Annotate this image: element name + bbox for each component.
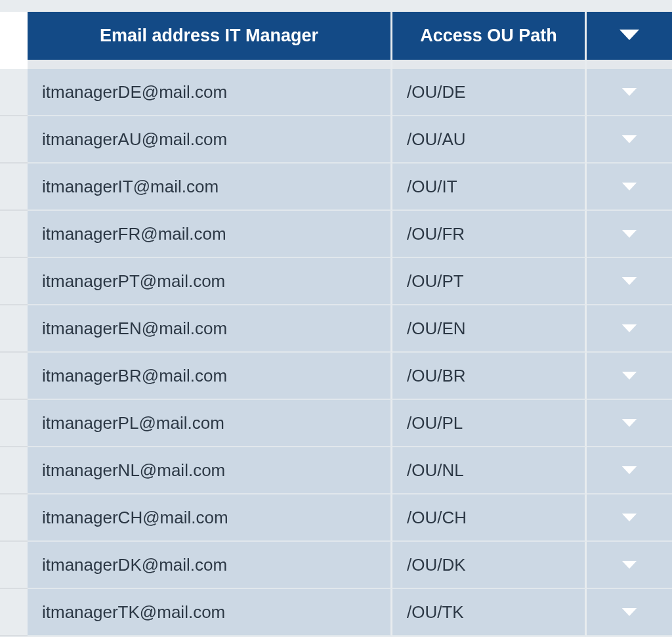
- email-text: itmanagerFR@mail.com: [42, 224, 226, 244]
- svg-marker-6: [622, 324, 637, 332]
- cell-path: /OU/PL: [392, 400, 587, 447]
- email-text: itmanagerPT@mail.com: [42, 271, 225, 291]
- row-gutter: [0, 542, 28, 589]
- row-expand-button[interactable]: [587, 353, 672, 400]
- row-expand-button[interactable]: [587, 164, 672, 211]
- table-header-row: Email address IT Manager Access OU Path: [0, 12, 672, 60]
- table-row: itmanagerDE@mail.com/OU/DE: [0, 69, 672, 116]
- row-expand-button[interactable]: [587, 400, 672, 447]
- svg-marker-8: [622, 418, 637, 426]
- table-row: itmanagerPT@mail.com/OU/PT: [0, 258, 672, 305]
- cell-path: /OU/BR: [392, 353, 587, 400]
- path-text: /OU/IT: [407, 177, 457, 196]
- cell-email: itmanagerDK@mail.com: [28, 542, 392, 589]
- row-expand-button[interactable]: [587, 258, 672, 305]
- chevron-down-icon: [621, 555, 638, 575]
- row-expand-button[interactable]: [587, 589, 672, 636]
- cell-email: itmanagerPL@mail.com: [28, 400, 392, 447]
- row-gutter: [0, 447, 28, 494]
- row-gutter: [0, 494, 28, 542]
- chevron-down-icon: [621, 508, 638, 527]
- column-header-path-label: Access OU Path: [420, 26, 557, 45]
- svg-marker-12: [622, 607, 637, 615]
- column-header-email-label: Email address IT Manager: [100, 26, 318, 45]
- row-gutter: [0, 211, 28, 258]
- path-text: /OU/PT: [407, 271, 464, 291]
- table-row: itmanagerEN@mail.com/OU/EN: [0, 305, 672, 353]
- email-text: itmanagerCH@mail.com: [42, 508, 228, 527]
- column-header-action[interactable]: [587, 12, 672, 60]
- svg-marker-1: [622, 87, 637, 95]
- path-text: /OU/NL: [407, 460, 464, 480]
- svg-marker-11: [622, 560, 637, 568]
- svg-marker-10: [622, 513, 637, 521]
- path-text: /OU/FR: [407, 224, 465, 244]
- row-gutter: [0, 258, 28, 305]
- column-header-path[interactable]: Access OU Path: [392, 12, 587, 60]
- cell-email: itmanagerNL@mail.com: [28, 447, 392, 494]
- row-expand-button[interactable]: [587, 542, 672, 589]
- svg-marker-5: [622, 276, 637, 284]
- row-expand-button[interactable]: [587, 447, 672, 494]
- path-text: /OU/TK: [407, 602, 464, 622]
- chevron-down-icon: [621, 602, 638, 622]
- table-row: itmanagerTK@mail.com/OU/TK: [0, 589, 672, 636]
- cell-email: itmanagerIT@mail.com: [28, 164, 392, 211]
- email-text: itmanagerEN@mail.com: [42, 318, 227, 338]
- cell-path: /OU/DE: [392, 69, 587, 116]
- email-text: itmanagerBR@mail.com: [42, 366, 227, 385]
- row-gutter: [0, 400, 28, 447]
- cell-email: itmanagerEN@mail.com: [28, 305, 392, 353]
- table-row: itmanagerIT@mail.com/OU/IT: [0, 164, 672, 211]
- path-text: /OU/CH: [407, 508, 467, 527]
- chevron-down-icon: [621, 177, 638, 196]
- cell-path: /OU/IT: [392, 164, 587, 211]
- svg-marker-7: [622, 371, 637, 379]
- cell-email: itmanagerTK@mail.com: [28, 589, 392, 636]
- chevron-down-icon: [621, 366, 638, 385]
- row-gutter: [0, 164, 28, 211]
- row-expand-button[interactable]: [587, 69, 672, 116]
- chevron-down-icon: [621, 82, 638, 102]
- email-text: itmanagerDK@mail.com: [42, 555, 227, 575]
- path-text: /OU/DE: [407, 82, 466, 102]
- chevron-down-icon: [621, 318, 638, 338]
- email-text: itmanagerDE@mail.com: [42, 82, 227, 102]
- row-expand-button[interactable]: [587, 305, 672, 353]
- table-row: itmanagerCH@mail.com/OU/CH: [0, 494, 672, 542]
- row-gutter: [0, 589, 28, 636]
- cell-email: itmanagerDE@mail.com: [28, 69, 392, 116]
- path-text: /OU/EN: [407, 318, 466, 338]
- cell-path: /OU/AU: [392, 116, 587, 164]
- chevron-down-icon: [621, 413, 638, 433]
- table-row: itmanagerFR@mail.com/OU/FR: [0, 211, 672, 258]
- row-gutter: [0, 69, 28, 116]
- cell-email: itmanagerFR@mail.com: [28, 211, 392, 258]
- email-text: itmanagerTK@mail.com: [42, 602, 225, 622]
- chevron-down-icon: [621, 271, 638, 291]
- svg-marker-9: [622, 466, 637, 473]
- table-row: itmanagerDK@mail.com/OU/DK: [0, 542, 672, 589]
- cell-path: /OU/TK: [392, 589, 587, 636]
- cell-email: itmanagerPT@mail.com: [28, 258, 392, 305]
- path-text: /OU/AU: [407, 129, 466, 149]
- cell-path: /OU/FR: [392, 211, 587, 258]
- row-expand-button[interactable]: [587, 211, 672, 258]
- svg-marker-0: [620, 30, 639, 40]
- email-text: itmanagerAU@mail.com: [42, 129, 227, 149]
- cell-email: itmanagerBR@mail.com: [28, 353, 392, 400]
- row-expand-button[interactable]: [587, 116, 672, 164]
- row-expand-button[interactable]: [587, 494, 672, 542]
- path-text: /OU/BR: [407, 366, 466, 385]
- table-row: itmanagerAU@mail.com/OU/AU: [0, 116, 672, 164]
- cell-path: /OU/EN: [392, 305, 587, 353]
- svg-marker-4: [622, 229, 637, 237]
- chevron-down-icon: [621, 224, 638, 244]
- row-gutter: [0, 305, 28, 353]
- column-header-email[interactable]: Email address IT Manager: [28, 12, 392, 60]
- svg-marker-2: [622, 135, 637, 143]
- chevron-down-icon: [621, 129, 638, 149]
- email-text: itmanagerNL@mail.com: [42, 460, 225, 480]
- cell-path: /OU/CH: [392, 494, 587, 542]
- header-separator: [0, 60, 672, 69]
